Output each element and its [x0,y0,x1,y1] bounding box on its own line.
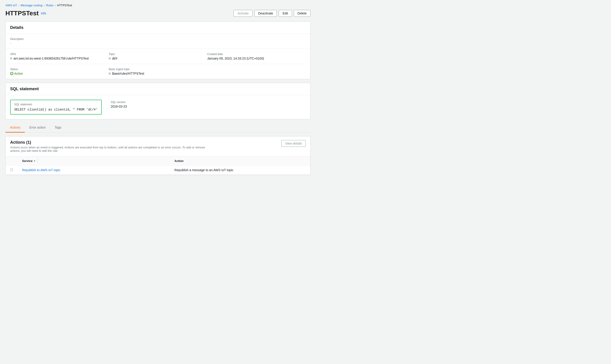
sql-card-header: SQL statement [6,83,310,95]
basic-ingest-text: $aws/rules/HTTPSTest [112,72,144,75]
deactivate-button[interactable]: Deactivate [254,10,277,17]
service-col-label: Service [22,159,32,163]
filter-icon[interactable]: ▼ [33,160,36,162]
view-details-button[interactable]: View details [281,140,306,147]
sql-statement-code: SELECT clientid() as clientid, * FROM 'd… [14,108,98,111]
details-row-1: ARN ⧉ arn:aws:iot:eu-west-1:693854281758… [10,49,306,64]
status-text: Active [14,72,23,75]
actions-title-group: Actions (1) Actions occur when an event … [10,140,213,153]
empty-cell [207,68,306,75]
sql-version-label: SQL version [111,101,127,104]
breadcrumb-sep-2: › [44,4,45,7]
tab-actions[interactable]: Actions [5,123,25,133]
copy-icon[interactable]: ⧉ [10,57,12,60]
sql-version-group: SQL version 2016-03-23 [111,100,127,108]
arn-label: ARN [10,52,104,56]
basic-ingest-label: Basic ingest topic [109,68,203,71]
topic-value: ⧉ dt/# [109,57,203,60]
created-date-label: Created date [207,52,301,56]
delete-button[interactable]: Delete [294,10,310,17]
status-value: Active [10,72,104,75]
tab-error-action[interactable]: Error action [25,123,50,133]
actions-table: Service ▼ Action Republish to AWS IoT to… [6,156,310,175]
col-divider [38,158,38,163]
details-section: ARN ⧉ arn:aws:iot:eu-west-1:693854281758… [6,49,310,79]
breadcrumb-message-routing[interactable]: Message routing [21,4,42,7]
actions-card-header: Actions (1) Actions occur when an event … [6,136,310,156]
edit-button[interactable]: Edit [279,10,292,17]
basic-ingest-copy-icon[interactable]: ⧉ [109,72,111,75]
service-link[interactable]: Republish to AWS IoT topic [22,168,60,172]
sql-card: SQL statement SQL statement SELECT clien… [5,83,310,119]
description-label: Description [10,38,306,41]
basic-ingest-cell: Basic ingest topic ⧉ $aws/rules/HTTPSTes… [109,68,207,75]
sql-statement-label: SQL statement [14,103,98,106]
sql-card-body: SQL statement SELECT clientid() as clien… [6,95,310,119]
breadcrumb-current: HTTPSTest [57,4,72,7]
page-title: HTTPSTest [5,10,39,17]
arn-text: arn:aws:iot:eu-west-1:693854281758:rule/… [13,57,89,60]
row-radio[interactable] [10,168,13,171]
table-row: Republish to AWS IoT topic Republish a m… [6,166,310,175]
header-actions: Activate Deactivate Edit Delete [234,10,310,17]
table-header-row: Service ▼ Action [6,156,310,166]
table-header-action: Action [170,156,310,166]
arn-value: ⧉ arn:aws:iot:eu-west-1:693854281758:rul… [10,57,104,60]
sql-title: SQL statement [10,87,306,91]
sql-version-value: 2016-03-23 [111,105,127,108]
topic-text: dt/# [112,57,117,60]
actions-title: Actions (1) [10,140,213,145]
page-header: HTTPSTest Info Activate Deactivate Edit … [5,10,310,17]
info-link[interactable]: Info [41,12,46,15]
created-date-value: January 09, 2023, 14:33:23 (UTC+0100) [207,57,301,60]
tabs-bar: Actions Error action Tags [5,123,310,133]
arn-cell: ARN ⧉ arn:aws:iot:eu-west-1:693854281758… [10,52,109,60]
breadcrumb-sep-1: › [18,4,19,7]
topic-label: Topic [109,52,203,56]
actions-subtitle: Actions occur when an event is triggered… [10,146,213,153]
row-service-cell: Republish to AWS IoT topic [18,166,170,175]
description-section: Description - [6,34,310,49]
description-value: - [10,41,306,45]
tab-tags[interactable]: Tags [50,123,66,133]
topic-copy-icon[interactable]: ⧉ [109,57,111,60]
details-card-header: Details [6,22,310,34]
basic-ingest-value: ⧉ $aws/rules/HTTPSTest [109,72,203,75]
status-label: Status [10,68,104,71]
row-action-cell: Republish a message to an AWS IoT topic [170,166,310,175]
activate-button[interactable]: Activate [234,10,252,17]
breadcrumb: AWS IoT › Message routing › Rules › HTTP… [5,4,310,7]
table-header-service: Service ▼ [18,156,170,166]
sql-statement-box: SQL statement SELECT clientid() as clien… [10,100,102,115]
details-row-2: Status Active Basic ingest topic ⧉ $aws/… [10,64,306,79]
breadcrumb-aws-iot[interactable]: AWS IoT [5,4,17,7]
breadcrumb-rules[interactable]: Rules [46,4,53,7]
status-dot [10,72,13,75]
created-date-cell: Created date January 09, 2023, 14:33:23 … [207,52,306,60]
breadcrumb-sep-3: › [55,4,56,7]
actions-card: Actions (1) Actions occur when an event … [5,136,310,175]
details-title: Details [10,25,306,30]
table-header-radio [6,156,18,166]
topic-cell: Topic ⧉ dt/# [109,52,207,60]
page-title-group: HTTPSTest Info [5,10,46,17]
details-card: Details Description - ARN ⧉ arn:aws:iot:… [5,21,310,79]
status-cell: Status Active [10,68,109,75]
row-radio-cell [6,166,18,175]
